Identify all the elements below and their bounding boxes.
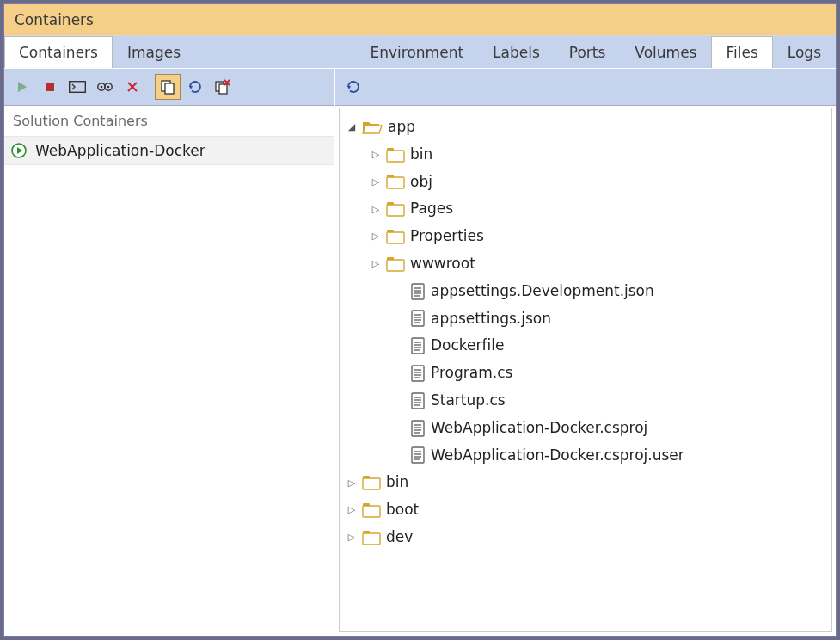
- detail-tab-environment[interactable]: Environment: [356, 36, 479, 68]
- prune-icon: [214, 79, 231, 95]
- svg-rect-26: [387, 205, 404, 216]
- tree-file[interactable]: Startup.cs: [340, 387, 831, 415]
- tree-item-label: Startup.cs: [431, 391, 506, 411]
- detail-tab-logs[interactable]: Logs: [773, 36, 836, 68]
- tree-folder[interactable]: ◢app: [340, 114, 831, 141]
- svg-marker-20: [363, 126, 382, 133]
- tree-folder[interactable]: ▷obj: [340, 169, 831, 196]
- tree-item-label: wwwroot: [410, 254, 475, 274]
- svg-rect-56: [412, 421, 424, 436]
- refresh-icon: [187, 79, 203, 95]
- tree-folder[interactable]: ▷bin: [340, 469, 831, 496]
- tab-label: Files: [726, 44, 757, 61]
- tree-item-label: WebApplication-Docker.csproj.user: [431, 446, 684, 466]
- stop-button[interactable]: [37, 74, 63, 100]
- detail-tab-volumes[interactable]: Volumes: [620, 36, 711, 68]
- file-tree[interactable]: ◢app▷bin▷obj▷Pages▷Properties▷wwwrootapp…: [339, 108, 832, 632]
- refresh-files-button[interactable]: [340, 74, 366, 100]
- svg-rect-10: [165, 83, 174, 94]
- caret-right-icon[interactable]: ▷: [346, 477, 357, 489]
- svg-point-4: [101, 86, 103, 89]
- folder-open-icon: [362, 120, 383, 135]
- stop-icon: [43, 80, 57, 94]
- folder-icon: [386, 201, 405, 217]
- svg-rect-31: [412, 284, 424, 299]
- tree-file[interactable]: appsettings.Development.json: [340, 278, 831, 305]
- copy-button[interactable]: [155, 74, 181, 100]
- folder-icon: [386, 256, 405, 272]
- caret-right-icon[interactable]: ▷: [371, 148, 381, 161]
- tree-item-label: WebApplication-Docker.csproj: [431, 418, 647, 439]
- tree-item-label: boot: [386, 500, 419, 520]
- settings-button[interactable]: [92, 74, 118, 100]
- tree-folder[interactable]: ▷dev: [340, 524, 831, 551]
- folder-icon: [386, 229, 405, 244]
- file-icon: [410, 392, 426, 409]
- tree-file[interactable]: WebApplication-Docker.csproj.user: [340, 442, 831, 470]
- remove-button[interactable]: [120, 74, 145, 100]
- tree-folder[interactable]: ▷wwwroot: [340, 250, 831, 278]
- svg-rect-71: [363, 533, 380, 545]
- svg-rect-41: [412, 338, 424, 354]
- tab-label: Images: [127, 44, 181, 61]
- file-icon: [410, 446, 426, 464]
- containers-toolbar: [4, 68, 334, 106]
- file-icon: [410, 365, 426, 382]
- svg-marker-11: [189, 86, 193, 89]
- tree-item-label: Properties: [410, 226, 484, 247]
- tree-item-label: appsettings.json: [431, 309, 551, 329]
- tree-file[interactable]: Dockerfile: [340, 332, 831, 360]
- attach-terminal-button[interactable]: [64, 74, 90, 100]
- tree-folder[interactable]: ▷Pages: [340, 195, 831, 223]
- tree-folder[interactable]: ▷bin: [340, 141, 831, 169]
- svg-rect-36: [412, 311, 424, 326]
- tree-file[interactable]: WebApplication-Docker.csproj: [340, 415, 831, 442]
- tree-file[interactable]: appsettings.json: [340, 305, 831, 333]
- detail-tab-ports[interactable]: Ports: [555, 36, 621, 68]
- toolbar-separator: [150, 77, 150, 97]
- containers-tool-window: Containers ContainersImages EnvironmentL…: [3, 3, 837, 637]
- caret-right-icon[interactable]: ▷: [346, 503, 357, 516]
- refresh-icon: [346, 79, 361, 95]
- left-tab-containers[interactable]: Containers: [4, 36, 113, 68]
- detail-tab-labels[interactable]: Labels: [478, 36, 555, 68]
- svg-rect-30: [387, 260, 404, 271]
- folder-icon: [362, 530, 381, 545]
- container-name: WebApplication-Docker: [35, 142, 205, 159]
- refresh-button[interactable]: [182, 74, 208, 100]
- terminal-icon: [69, 81, 86, 93]
- svg-rect-22: [387, 151, 404, 162]
- caret-right-icon[interactable]: ▷: [346, 531, 357, 544]
- copy-icon: [160, 79, 175, 95]
- svg-rect-51: [412, 393, 424, 409]
- tree-item-label: dev: [386, 527, 413, 548]
- caret-right-icon[interactable]: ▷: [371, 203, 381, 216]
- prune-button[interactable]: [210, 74, 236, 100]
- svg-marker-18: [347, 86, 351, 89]
- caret-down-icon[interactable]: ◢: [346, 120, 357, 133]
- tree-item-label: bin: [410, 145, 432, 165]
- tree-item-label: app: [388, 117, 415, 138]
- file-icon: [410, 283, 426, 300]
- left-tab-images[interactable]: Images: [113, 36, 195, 68]
- tree-folder[interactable]: ▷Properties: [340, 223, 831, 250]
- delete-icon: [126, 80, 139, 94]
- caret-right-icon[interactable]: ▷: [371, 175, 381, 188]
- section-header: Solution Containers: [4, 106, 334, 136]
- detail-tab-files[interactable]: Files: [711, 36, 772, 68]
- tree-item-label: Program.cs: [431, 363, 512, 384]
- tree-folder[interactable]: ▷boot: [340, 496, 831, 524]
- tree-file[interactable]: Program.cs: [340, 360, 831, 387]
- caret-right-icon[interactable]: ▷: [371, 230, 381, 243]
- tree-item-label: bin: [386, 472, 408, 493]
- containers-pane: Solution Containers WebApplication-Docke…: [4, 68, 335, 636]
- start-button[interactable]: [9, 74, 35, 100]
- tabs-row: ContainersImages EnvironmentLabelsPortsV…: [4, 35, 836, 68]
- tab-label: Logs: [788, 44, 821, 61]
- caret-right-icon[interactable]: ▷: [371, 257, 381, 270]
- svg-rect-24: [387, 177, 404, 188]
- container-list-item[interactable]: WebApplication-Docker: [4, 136, 334, 165]
- svg-rect-46: [412, 366, 424, 381]
- tab-label: Volumes: [635, 44, 696, 61]
- folder-icon: [386, 147, 405, 163]
